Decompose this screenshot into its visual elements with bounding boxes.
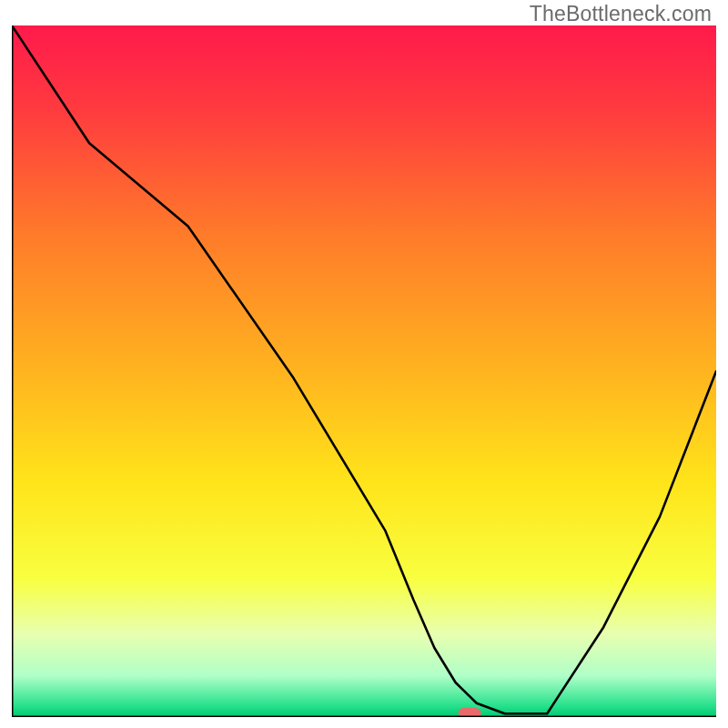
watermark-text: TheBottleneck.com: [530, 2, 712, 26]
chart-container: TheBottleneck.com: [0, 0, 728, 728]
optimal-marker: [459, 708, 481, 717]
chart-svg: [12, 25, 716, 717]
bottleneck-chart: [12, 25, 716, 717]
